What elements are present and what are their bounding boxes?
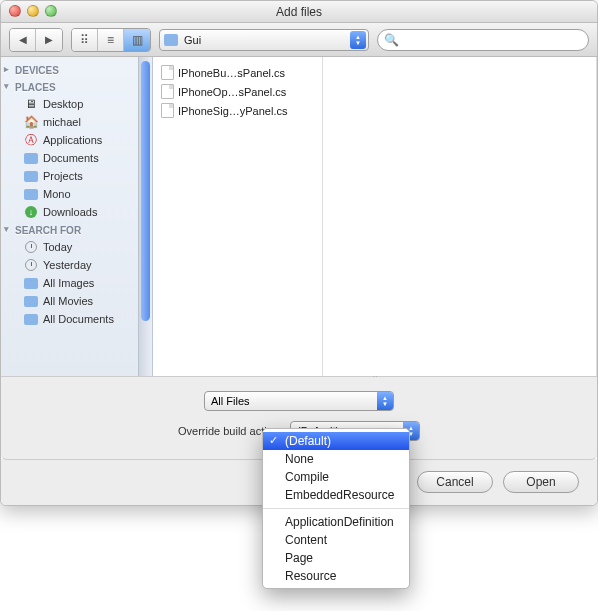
sidebar: DEVICES PLACES 🖥Desktop 🏠michael ⒶApplic… xyxy=(1,57,153,376)
sidebar-item-mono[interactable]: Mono xyxy=(1,185,152,203)
column-browser: IPhoneBu…sPanel.cs IPhoneOp…sPanel.cs IP… xyxy=(153,57,597,376)
chevron-updown-icon: ▲▼ xyxy=(377,392,393,410)
columns-icon: ▥ xyxy=(132,33,143,47)
file-column: IPhoneBu…sPanel.cs IPhoneOp…sPanel.cs IP… xyxy=(153,57,323,376)
list-view-button[interactable]: ≡ xyxy=(98,29,124,51)
document-icon xyxy=(161,103,174,118)
folder-icon xyxy=(23,151,39,165)
document-icon xyxy=(161,84,174,99)
forward-icon: ▶ xyxy=(45,34,53,45)
dropdown-item-compile[interactable]: Compile xyxy=(263,468,409,486)
search-input[interactable] xyxy=(403,34,582,46)
sidebar-item-yesterday[interactable]: Yesterday xyxy=(1,256,152,274)
file-row[interactable]: IPhoneSig…yPanel.cs xyxy=(153,101,322,120)
dropdown-item-resource[interactable]: Resource xyxy=(263,567,409,585)
file-filter-popup[interactable]: All Files ▲▼ xyxy=(204,391,394,411)
home-icon: 🏠 xyxy=(23,115,39,129)
icon-view-button[interactable]: ⠿ xyxy=(72,29,98,51)
minimize-button[interactable] xyxy=(27,5,39,17)
dropdown-item-page[interactable]: Page xyxy=(263,549,409,567)
sidebar-item-downloads[interactable]: ↓Downloads xyxy=(1,203,152,221)
search-icon: 🔍 xyxy=(384,33,399,47)
preview-column xyxy=(323,57,597,376)
dropdown-item-appdef[interactable]: ApplicationDefinition xyxy=(263,513,409,531)
titlebar: Add files xyxy=(1,1,597,23)
dropdown-separator xyxy=(263,508,409,509)
folder-icon xyxy=(164,34,178,46)
folder-icon xyxy=(23,187,39,201)
sidebar-section-places[interactable]: PLACES xyxy=(1,78,152,95)
search-field-wrap[interactable]: 🔍 xyxy=(377,29,589,51)
chevron-updown-icon: ▲▼ xyxy=(350,31,366,49)
file-row[interactable]: IPhoneOp…sPanel.cs xyxy=(153,82,322,101)
clock-icon xyxy=(23,258,39,272)
list-icon: ≡ xyxy=(107,33,114,47)
toolbar: ◀ ▶ ⠿ ≡ ▥ Gui ▲▼ 🔍 xyxy=(1,23,597,57)
clock-icon xyxy=(23,240,39,254)
back-button[interactable]: ◀ xyxy=(10,29,36,51)
apps-icon: Ⓐ xyxy=(23,133,39,147)
sidebar-item-home[interactable]: 🏠michael xyxy=(1,113,152,131)
column-view-button[interactable]: ▥ xyxy=(124,29,150,51)
sidebar-section-devices[interactable]: DEVICES xyxy=(1,61,152,78)
sidebar-item-today[interactable]: Today xyxy=(1,238,152,256)
dropdown-item-none[interactable]: None xyxy=(263,450,409,468)
filter-label: All Files xyxy=(211,395,250,407)
browser-body: DEVICES PLACES 🖥Desktop 🏠michael ⒶApplic… xyxy=(1,57,597,377)
folder-icon xyxy=(23,276,39,290)
forward-button[interactable]: ▶ xyxy=(36,29,62,51)
downloads-icon: ↓ xyxy=(23,205,39,219)
desktop-icon: 🖥 xyxy=(23,97,39,111)
view-segment: ⠿ ≡ ▥ xyxy=(71,28,151,52)
sidebar-item-all-images[interactable]: All Images xyxy=(1,274,152,292)
dropdown-item-embedded[interactable]: EmbeddedResource xyxy=(263,486,409,504)
grid-icon: ⠿ xyxy=(80,33,89,47)
document-icon xyxy=(161,65,174,80)
sidebar-item-projects[interactable]: Projects xyxy=(1,167,152,185)
path-label: Gui xyxy=(184,34,201,46)
path-popup[interactable]: Gui ▲▼ xyxy=(159,29,369,51)
sidebar-item-desktop[interactable]: 🖥Desktop xyxy=(1,95,152,113)
sidebar-scrollbar[interactable] xyxy=(138,57,152,376)
open-button[interactable]: Open xyxy=(503,471,579,493)
folder-icon xyxy=(23,312,39,326)
traffic-lights xyxy=(9,5,57,17)
sidebar-item-applications[interactable]: ⒶApplications xyxy=(1,131,152,149)
folder-icon xyxy=(23,169,39,183)
folder-icon xyxy=(23,294,39,308)
nav-segment: ◀ ▶ xyxy=(9,28,63,52)
cancel-button[interactable]: Cancel xyxy=(417,471,493,493)
window-title: Add files xyxy=(276,5,322,19)
dropdown-item-default[interactable]: (Default) xyxy=(263,432,409,450)
file-row[interactable]: IPhoneBu…sPanel.cs xyxy=(153,63,322,82)
back-icon: ◀ xyxy=(19,34,27,45)
sidebar-item-documents[interactable]: Documents xyxy=(1,149,152,167)
scrollbar-thumb[interactable] xyxy=(141,61,150,321)
close-button[interactable] xyxy=(9,5,21,17)
sidebar-item-all-documents[interactable]: All Documents xyxy=(1,310,152,328)
dropdown-item-content[interactable]: Content xyxy=(263,531,409,549)
sidebar-item-all-movies[interactable]: All Movies xyxy=(1,292,152,310)
build-action-dropdown: (Default) None Compile EmbeddedResource … xyxy=(262,428,410,589)
zoom-button[interactable] xyxy=(45,5,57,17)
sidebar-section-search[interactable]: SEARCH FOR xyxy=(1,221,152,238)
